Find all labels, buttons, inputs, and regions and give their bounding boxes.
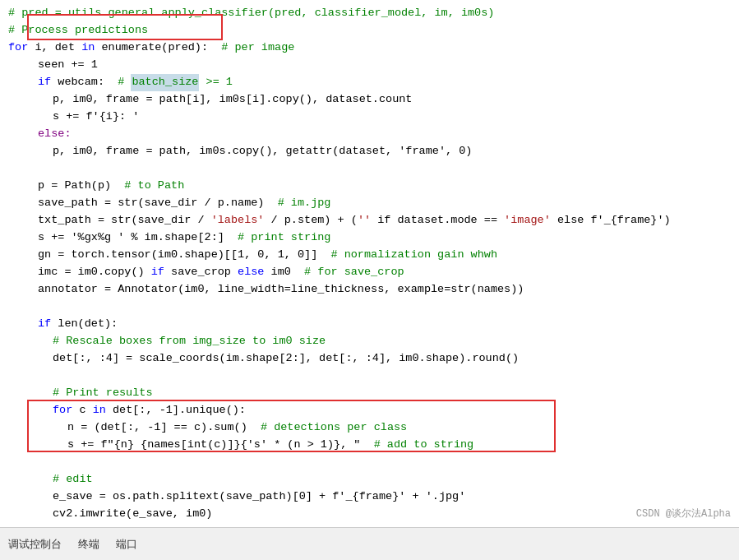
code-line	[0, 368, 739, 385]
toolbar-tab[interactable]: 端口	[116, 537, 137, 552]
code-line: # pred = utils.general.apply_classifier(…	[0, 5, 739, 22]
code-editor: # pred = utils.general.apply_classifier(…	[0, 0, 739, 527]
code-line: txt_path = str(save_dir / 'labels' / p.s…	[0, 212, 739, 229]
code-line	[0, 299, 739, 316]
code-line: n = (det[:, -1] == c).sum() # detections…	[0, 419, 739, 437]
code-line: p, im0, frame = path, im0s.copy(), getat…	[0, 143, 739, 160]
code-line: annotator = Annotator(im0, line_width=li…	[0, 281, 739, 299]
code-line: else:	[0, 126, 739, 143]
code-line: p, im0, frame = path[i], im0s[i].copy(),…	[0, 91, 739, 109]
code-line: seen += 1	[0, 57, 739, 74]
code-line: save_path = str(save_dir / p.name) # im.…	[0, 195, 739, 212]
code-line: p = Path(p) # to Path	[0, 178, 739, 195]
code-line: # edit	[0, 471, 739, 488]
code-line: if len(det):	[0, 316, 739, 333]
code-line: # Rescale boxes from img_size to im0 siz…	[0, 333, 739, 350]
code-line: if webcam: # batch_size >= 1	[0, 74, 739, 91]
code-line	[0, 454, 739, 471]
toolbar-tab[interactable]: 调试控制台	[8, 537, 62, 552]
code-line: e_save = os.path.splitext(save_path)[0] …	[0, 488, 739, 506]
code-line: for i, det in enumerate(pred): # per ima…	[0, 39, 739, 57]
code-line: imc = im0.copy() if save_crop else im0 #…	[0, 264, 739, 281]
code-line: gn = torch.tensor(im0.shape)[[1, 0, 1, 0…	[0, 247, 739, 264]
watermark: CSDN @谈尔法Alpha	[636, 507, 731, 521]
code-line	[0, 160, 739, 178]
code-line: s += f"{n} {names[int(c)]}{'s' * (n > 1)…	[0, 437, 739, 454]
code-line: for c in det[:, -1].unique():	[0, 402, 739, 419]
code-line: cv2.imwrite(e_save, im0)	[0, 506, 739, 523]
toolbar-tab[interactable]: 终端	[78, 537, 99, 552]
bottom-toolbar: 调试控制台终端端口	[0, 527, 739, 560]
code-line: # Process predictions	[0, 22, 739, 39]
code-line: s += '%gx%g ' % im.shape[2:] # print str…	[0, 229, 739, 247]
code-line: det[:, :4] = scale_coords(im.shape[2:], …	[0, 350, 739, 368]
code-line: s += f'{i}: '	[0, 109, 739, 126]
code-line: # Print results	[0, 385, 739, 402]
